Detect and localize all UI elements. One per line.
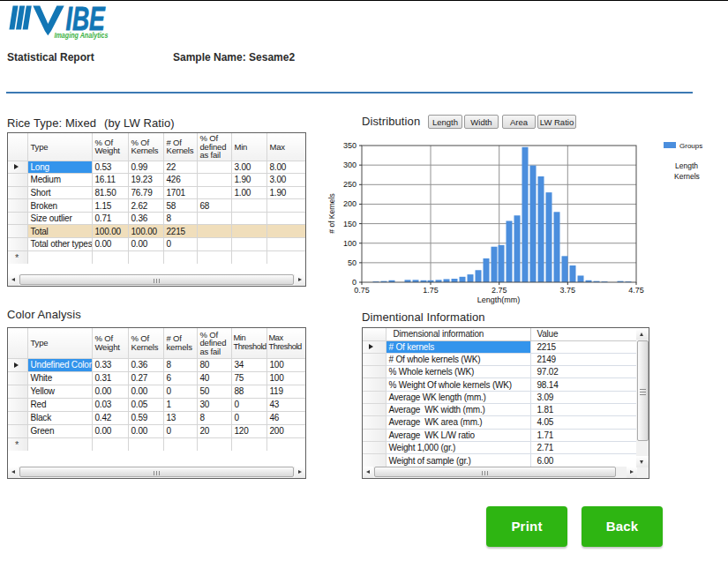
svg-text:Groups: Groups <box>679 142 702 150</box>
svg-text:3.75: 3.75 <box>560 286 576 295</box>
svg-text:300: 300 <box>343 161 356 169</box>
svg-text:1.75: 1.75 <box>423 286 439 295</box>
svg-text:100: 100 <box>343 239 356 248</box>
svg-text:50: 50 <box>348 258 356 267</box>
svg-text:Length(mm): Length(mm) <box>477 295 521 304</box>
svg-text:200: 200 <box>343 199 356 208</box>
svg-text:350: 350 <box>343 141 356 150</box>
svg-text:2.75: 2.75 <box>492 286 507 295</box>
svg-text:250: 250 <box>343 180 356 189</box>
svg-text:Length: Length <box>675 161 698 170</box>
svg-text:150: 150 <box>343 220 356 228</box>
svg-text:4.75: 4.75 <box>628 286 644 295</box>
svg-text:# of Kernels: # of Kernels <box>327 193 336 233</box>
svg-text:Kernels: Kernels <box>674 172 700 181</box>
svg-text:0.75: 0.75 <box>354 286 370 295</box>
svg-text:Imaging Analytics: Imaging Analytics <box>55 31 109 40</box>
